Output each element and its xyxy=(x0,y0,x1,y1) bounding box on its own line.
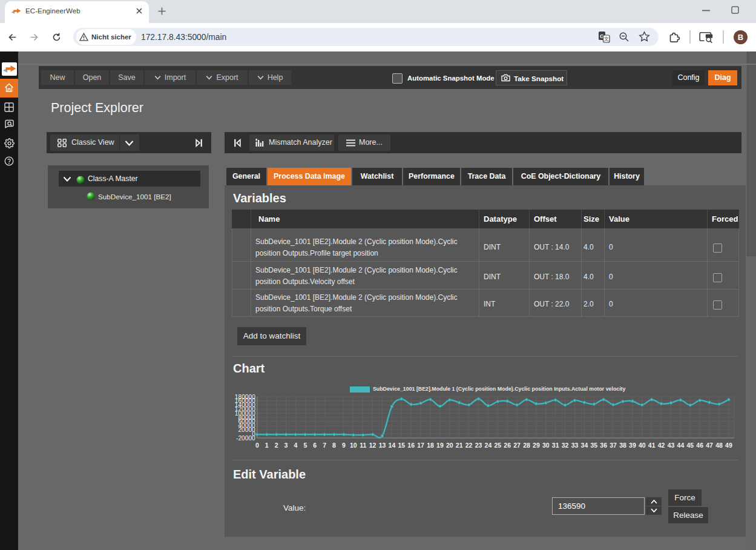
svg-text:32: 32 xyxy=(562,442,569,449)
svg-text:22: 22 xyxy=(465,442,473,449)
svg-text:4: 4 xyxy=(294,442,297,449)
svg-text:25: 25 xyxy=(494,442,501,449)
svg-text:21: 21 xyxy=(456,442,463,449)
svg-text:20: 20 xyxy=(446,442,453,449)
svg-text:1: 1 xyxy=(265,442,269,449)
svg-text:46: 46 xyxy=(696,442,703,449)
svg-text:文: 文 xyxy=(604,36,610,42)
svg-text:27: 27 xyxy=(513,442,521,449)
svg-text:8: 8 xyxy=(332,442,336,449)
svg-text:5: 5 xyxy=(303,442,307,449)
svg-text:43: 43 xyxy=(668,442,675,449)
svg-text:38: 38 xyxy=(619,442,626,449)
svg-text:48: 48 xyxy=(715,442,723,449)
svg-text:11: 11 xyxy=(360,442,366,449)
svg-text:0: 0 xyxy=(255,442,259,449)
svg-text:7: 7 xyxy=(323,442,326,449)
svg-text:37: 37 xyxy=(610,442,617,449)
svg-text:40: 40 xyxy=(639,442,646,449)
svg-text:2: 2 xyxy=(275,442,278,449)
svg-text:30: 30 xyxy=(542,442,550,449)
svg-text:39: 39 xyxy=(629,442,636,449)
svg-text:42: 42 xyxy=(658,442,665,449)
svg-text:18: 18 xyxy=(427,442,434,449)
svg-text:9: 9 xyxy=(342,442,346,449)
svg-text:28: 28 xyxy=(523,442,530,449)
svg-text:13: 13 xyxy=(379,442,386,449)
svg-text:45: 45 xyxy=(686,442,694,449)
svg-text:16: 16 xyxy=(407,442,415,449)
svg-text:35: 35 xyxy=(590,442,597,449)
svg-text:33: 33 xyxy=(571,442,579,449)
svg-text:24: 24 xyxy=(485,442,492,449)
svg-text:6: 6 xyxy=(313,442,317,449)
svg-text:26: 26 xyxy=(504,442,511,449)
svg-text:36: 36 xyxy=(600,442,607,449)
svg-text:17: 17 xyxy=(417,442,424,449)
svg-text:47: 47 xyxy=(706,442,713,449)
svg-text:10: 10 xyxy=(350,442,357,449)
svg-text:19: 19 xyxy=(436,442,444,449)
svg-text:12: 12 xyxy=(369,442,376,449)
svg-text:49: 49 xyxy=(725,442,732,449)
svg-text:15: 15 xyxy=(398,442,405,449)
svg-text:34: 34 xyxy=(581,442,588,449)
svg-text:41: 41 xyxy=(648,442,656,449)
svg-text:-20000: -20000 xyxy=(236,435,255,442)
svg-text:29: 29 xyxy=(533,442,540,449)
svg-text:31: 31 xyxy=(552,442,559,449)
svg-text:23: 23 xyxy=(475,442,482,449)
svg-text:44: 44 xyxy=(677,442,685,449)
svg-text:14: 14 xyxy=(389,442,396,449)
svg-text:3: 3 xyxy=(284,442,288,449)
